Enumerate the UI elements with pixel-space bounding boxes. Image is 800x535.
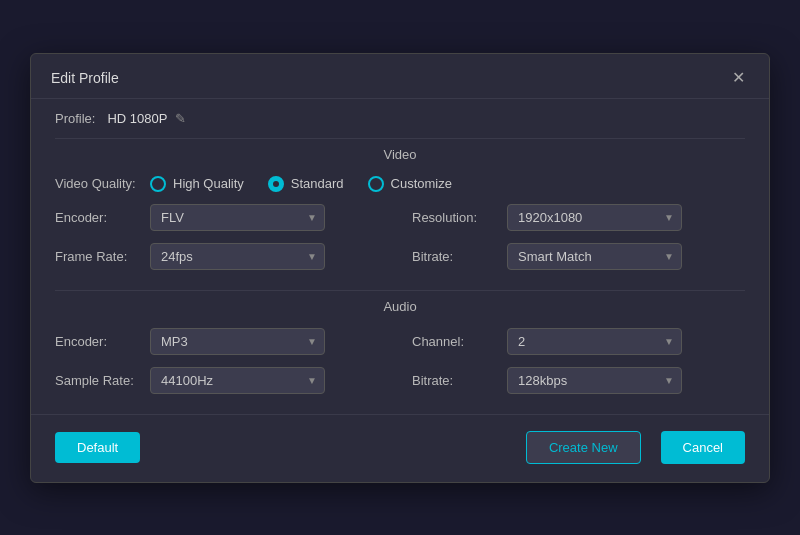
quality-customize-radio[interactable] — [368, 176, 384, 192]
default-button[interactable]: Default — [55, 432, 140, 463]
audio-section: Audio Encoder: MP3 AAC OGG Sample Rate: — [31, 291, 769, 410]
quality-high-label: High Quality — [173, 176, 244, 191]
video-bitrate-label: Bitrate: — [412, 249, 507, 264]
resolution-label: Resolution: — [412, 210, 507, 225]
video-encoder-wrapper: FLV MP4 AVI MOV — [150, 204, 325, 231]
quality-high-radio[interactable] — [150, 176, 166, 192]
audio-fields: Encoder: MP3 AAC OGG Sample Rate: 44100H… — [55, 328, 745, 394]
profile-value: HD 1080P — [107, 111, 167, 126]
dialog-title: Edit Profile — [51, 70, 119, 86]
audio-encoder-label: Encoder: — [55, 334, 150, 349]
resolution-select[interactable]: 1920x1080 1280x720 854x480 640x360 — [507, 204, 682, 231]
cancel-button[interactable]: Cancel — [661, 431, 745, 464]
profile-row: Profile: HD 1080P ✎ — [31, 99, 769, 134]
channel-row: Channel: 1 2 — [412, 328, 745, 355]
sample-rate-label: Sample Rate: — [55, 373, 150, 388]
quality-standard-radio[interactable] — [268, 176, 284, 192]
video-bitrate-wrapper: Smart Match High Medium Low — [507, 243, 682, 270]
video-section: Video Video Quality: High Quality Standa… — [31, 139, 769, 286]
quality-customize-option[interactable]: Customize — [368, 176, 452, 192]
video-quality-label: Video Quality: — [55, 176, 150, 191]
audio-bitrate-select[interactable]: 128kbps 192kbps 256kbps 320kbps — [507, 367, 682, 394]
video-section-title: Video — [55, 147, 745, 162]
video-quality-radio-group: High Quality Standard Customize — [150, 176, 745, 192]
create-new-button[interactable]: Create New — [526, 431, 641, 464]
audio-encoder-wrapper: MP3 AAC OGG — [150, 328, 325, 355]
video-right-col: Resolution: 1920x1080 1280x720 854x480 6… — [388, 204, 745, 270]
video-fields: Encoder: FLV MP4 AVI MOV Frame Rate: — [55, 204, 745, 270]
audio-right-col: Channel: 1 2 Bitrate: 128kbps 192kbps — [388, 328, 745, 394]
video-encoder-label: Encoder: — [55, 210, 150, 225]
frame-rate-row: Frame Rate: 24fps 25fps 30fps 60fps — [55, 243, 388, 270]
dialog-title-area: Edit Profile — [51, 70, 119, 86]
close-button[interactable]: ✕ — [728, 68, 749, 88]
frame-rate-select[interactable]: 24fps 25fps 30fps 60fps — [150, 243, 325, 270]
audio-section-title: Audio — [55, 299, 745, 314]
video-quality-row: Video Quality: High Quality Standard Cus… — [55, 176, 745, 192]
sample-rate-wrapper: 44100Hz 22050Hz 11025Hz — [150, 367, 325, 394]
footer: Default Create New Cancel — [31, 414, 769, 482]
video-left-col: Encoder: FLV MP4 AVI MOV Frame Rate: — [55, 204, 388, 270]
quality-standard-label: Standard — [291, 176, 344, 191]
audio-bitrate-label: Bitrate: — [412, 373, 507, 388]
edit-profile-dialog: Edit Profile ✕ Profile: HD 1080P ✎ Video… — [30, 53, 770, 483]
channel-label: Channel: — [412, 334, 507, 349]
footer-right-buttons: Create New Cancel — [526, 431, 745, 464]
channel-select[interactable]: 1 2 — [507, 328, 682, 355]
sample-rate-row: Sample Rate: 44100Hz 22050Hz 11025Hz — [55, 367, 388, 394]
quality-high-option[interactable]: High Quality — [150, 176, 244, 192]
video-bitrate-select[interactable]: Smart Match High Medium Low — [507, 243, 682, 270]
quality-standard-option[interactable]: Standard — [268, 176, 344, 192]
resolution-row: Resolution: 1920x1080 1280x720 854x480 6… — [412, 204, 745, 231]
frame-rate-wrapper: 24fps 25fps 30fps 60fps — [150, 243, 325, 270]
sample-rate-select[interactable]: 44100Hz 22050Hz 11025Hz — [150, 367, 325, 394]
audio-bitrate-row: Bitrate: 128kbps 192kbps 256kbps 320kbps — [412, 367, 745, 394]
video-encoder-row: Encoder: FLV MP4 AVI MOV — [55, 204, 388, 231]
audio-encoder-row: Encoder: MP3 AAC OGG — [55, 328, 388, 355]
title-bar: Edit Profile ✕ — [31, 54, 769, 99]
audio-encoder-select[interactable]: MP3 AAC OGG — [150, 328, 325, 355]
channel-wrapper: 1 2 — [507, 328, 682, 355]
frame-rate-label: Frame Rate: — [55, 249, 150, 264]
audio-bitrate-wrapper: 128kbps 192kbps 256kbps 320kbps — [507, 367, 682, 394]
edit-profile-icon[interactable]: ✎ — [175, 111, 186, 126]
profile-label: Profile: — [55, 111, 95, 126]
audio-left-col: Encoder: MP3 AAC OGG Sample Rate: 44100H… — [55, 328, 388, 394]
quality-customize-label: Customize — [391, 176, 452, 191]
video-bitrate-row: Bitrate: Smart Match High Medium Low — [412, 243, 745, 270]
resolution-wrapper: 1920x1080 1280x720 854x480 640x360 — [507, 204, 682, 231]
video-encoder-select[interactable]: FLV MP4 AVI MOV — [150, 204, 325, 231]
